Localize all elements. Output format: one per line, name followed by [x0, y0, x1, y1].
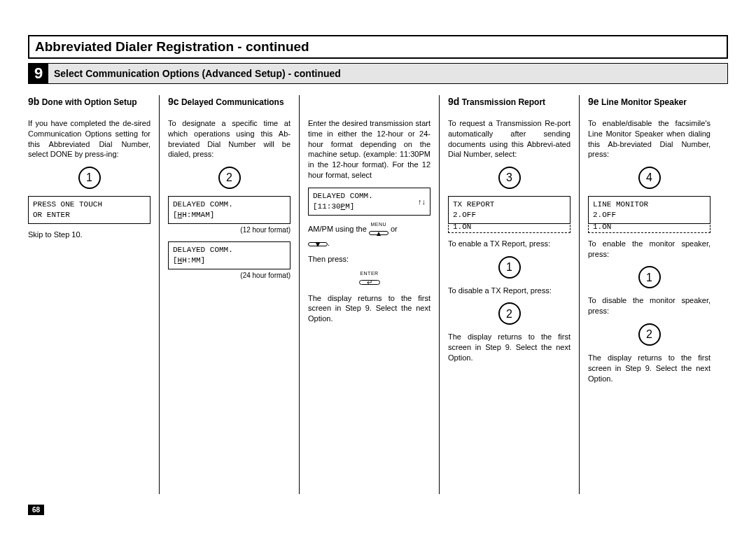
disable-text: To disable a TX Report, press:: [448, 286, 570, 296]
column-9b: 9b Done with Option Setup If you have co…: [28, 95, 160, 494]
then-press: Then press:: [308, 254, 430, 265]
page-title: Abbreviated Dialer Registration - contin…: [35, 39, 309, 54]
keypad-button: 1: [78, 167, 101, 189]
keypad-button: 1: [638, 266, 661, 288]
col-9c2-tail: The display returns to the first screen …: [308, 293, 430, 325]
lcd-note: (12 hour format): [168, 225, 290, 235]
col-9c-header: 9c Delayed Communications: [168, 95, 290, 108]
ampm-line: AM/PM using the MENU or: [308, 221, 430, 238]
col-9d-body: To request a Transmission Re-port automa…: [448, 118, 570, 160]
keypad-button: 2: [498, 302, 521, 325]
col-9d-num: 9d: [448, 96, 459, 107]
col-9e-body: To enable/disable the facsimile's Line M…: [588, 118, 710, 160]
page-title-bar: Abbreviated Dialer Registration - contin…: [28, 35, 728, 59]
section-number: 9: [29, 64, 48, 83]
down-button-row: .: [308, 238, 430, 249]
lcd-display: PRESS ONE TOUCH OR ENTER: [28, 196, 150, 224]
col-9b-title: Done with Option Setup: [42, 97, 137, 107]
enable-text: To enable a TX Report, press:: [448, 239, 570, 249]
keypad-button: 3: [498, 167, 521, 189]
column-9d: 9d Transmission Report To request a Tran…: [440, 95, 580, 494]
col-9e-header: 9e Line Monitor Speaker: [588, 95, 710, 108]
col-9b-body: If you have completed the de-sired Commu…: [28, 118, 150, 160]
col-9d-tail: The display returns to the first screen …: [448, 332, 570, 363]
lcd-display: LINE MONITOR 2.OFF: [588, 196, 710, 224]
col-9e-tail: The display returns to the first screen …: [588, 353, 710, 384]
lcd-note: (24 hour format): [168, 271, 290, 281]
column-9c: 9c Delayed Communications To designate a…: [160, 95, 300, 494]
lcd-display: TX REPORT 2.OFF: [448, 196, 570, 224]
keypad-button: 4: [638, 167, 661, 189]
section-title: Select Communication Options (Advanced S…: [48, 65, 346, 82]
menu-up-button: MENU: [369, 221, 388, 238]
col-9e-num: 9e: [588, 96, 599, 107]
columns: 9b Done with Option Setup If you have co…: [28, 95, 728, 494]
down-icon: [308, 242, 328, 246]
lcd-display: DELAYED COMM. [11:30PM]↑↓: [308, 188, 430, 216]
keypad-button: 1: [498, 256, 521, 279]
col-9c-body: To designate a specific time at which op…: [168, 118, 290, 160]
col-9b-num: 9b: [28, 96, 39, 107]
page-number: 68: [28, 505, 44, 515]
arrow-icon: ↑↓: [418, 196, 426, 206]
lcd-display: DELAYED COMM. [HH:MMAM]: [168, 196, 290, 224]
col-9d-header: 9d Transmission Report: [448, 95, 570, 108]
enter-button-row: ENTER: [308, 270, 430, 287]
col-9c-title: Delayed Communications: [181, 97, 284, 107]
page: Abbreviated Dialer Registration - contin…: [28, 35, 728, 494]
down-button: [308, 239, 328, 249]
column-9e: 9e Line Monitor Speaker To enable/disabl…: [580, 95, 710, 494]
col-9e-title: Line Monitor Speaker: [601, 97, 687, 107]
lcd-display: DELAYED COMM. [HH:MM]: [168, 241, 290, 269]
keypad-button: 2: [218, 167, 241, 189]
enable-text: To enable the monitor speaker, press:: [588, 239, 710, 260]
col-9c-num: 9c: [168, 96, 179, 107]
disable-text: To disable the monitor speaker, press:: [588, 295, 710, 316]
enter-icon: [359, 280, 380, 285]
column-9c-continued: .. Enter the desired transmission start …: [300, 95, 440, 494]
keypad-button: 2: [638, 323, 661, 346]
enter-button: ENTER: [359, 270, 380, 287]
col-9c2-body: Enter the desired transmission start tim…: [308, 118, 430, 181]
col-9b-note: Skip to Step 10.: [28, 230, 150, 240]
col-9b-header: 9b Done with Option Setup: [28, 95, 150, 108]
section-header: 9 Select Communication Options (Advanced…: [28, 63, 728, 84]
up-icon: [369, 231, 388, 235]
col-9d-title: Transmission Report: [462, 97, 545, 107]
